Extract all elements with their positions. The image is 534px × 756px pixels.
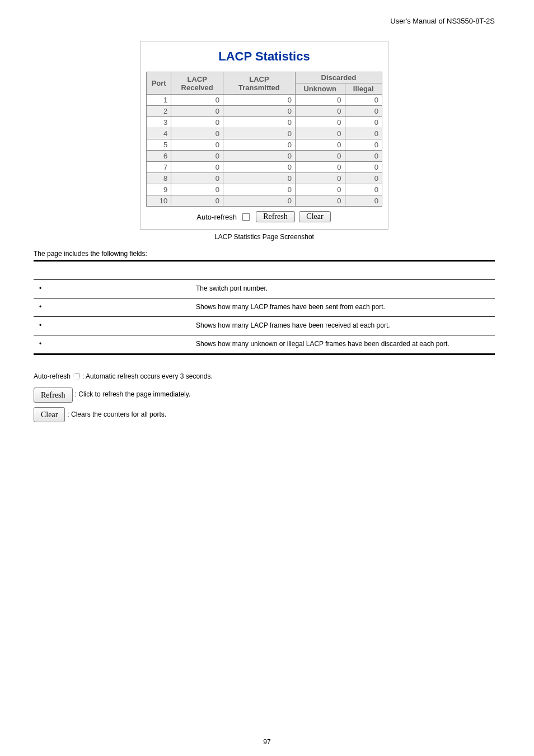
table-row: 90000 <box>147 184 382 195</box>
table-cell-port: 1 <box>147 95 171 106</box>
table-cell-illegal: 0 <box>345 162 382 173</box>
clear-button-icon: Clear <box>34 407 65 422</box>
table-cell-unknown: 0 <box>295 162 345 173</box>
table-cell-unknown: 0 <box>295 117 345 128</box>
table-row: 50000 <box>147 139 382 151</box>
lacp-stats-table: Port LACPReceived LACPTransmitted Discar… <box>146 72 382 207</box>
table-cell-port: 10 <box>147 195 171 207</box>
table-row: 60000 <box>147 151 382 162</box>
table-cell-port: 4 <box>147 128 171 139</box>
table-row: 80000 <box>147 173 382 184</box>
table-cell-unknown: 0 <box>295 95 345 106</box>
auto-refresh-note-text: : Automatic refresh occurs every 3 secon… <box>82 371 213 383</box>
table-cell-illegal: 0 <box>345 106 382 117</box>
table-cell-illegal: 0 <box>345 151 382 162</box>
table-cell-illegal: 0 <box>345 195 382 207</box>
table-cell-received: 0 <box>171 139 223 151</box>
auto-refresh-checkbox-icon <box>73 373 80 380</box>
screenshot-title: LACP Statistics <box>146 49 382 64</box>
auto-refresh-label: Auto-refresh <box>196 213 237 221</box>
table-cell-port: 9 <box>147 184 171 195</box>
col-header-transmitted: LACPTransmitted <box>223 72 295 95</box>
table-cell-illegal: 0 <box>345 117 382 128</box>
col-header-discarded: Discarded <box>295 72 382 83</box>
fields-header-left <box>34 261 190 280</box>
field-desc-1: Shows how many LACP frames have been sen… <box>190 298 495 317</box>
field-bullet-0: • <box>34 280 190 298</box>
table-cell-received: 0 <box>171 151 223 162</box>
table-cell-unknown: 0 <box>295 139 345 151</box>
table-cell-illegal: 0 <box>345 139 382 151</box>
refresh-button[interactable]: Refresh <box>256 211 295 222</box>
clear-button[interactable]: Clear <box>299 211 330 222</box>
table-cell-port: 6 <box>147 151 171 162</box>
table-cell-port: 2 <box>147 106 171 117</box>
table-cell-port: 3 <box>147 117 171 128</box>
table-cell-received: 0 <box>171 95 223 106</box>
table-cell-transmitted: 0 <box>223 151 295 162</box>
refresh-note-text: : Click to refresh the page immediately. <box>75 389 191 401</box>
auto-refresh-note-prefix: Auto-refresh <box>34 371 71 383</box>
table-row: 70000 <box>147 162 382 173</box>
table-cell-transmitted: 0 <box>223 95 295 106</box>
table-cell-illegal: 0 <box>345 184 382 195</box>
auto-refresh-checkbox[interactable] <box>242 213 250 221</box>
fields-table: • The switch port number. • Shows how ma… <box>34 260 495 355</box>
table-cell-received: 0 <box>171 173 223 184</box>
table-cell-unknown: 0 <box>295 173 345 184</box>
clear-note-text: : Clears the counters for all ports. <box>67 409 166 421</box>
table-cell-transmitted: 0 <box>223 106 295 117</box>
page-header-right: User's Manual of NS3550-8T-2S <box>34 17 495 25</box>
table-cell-unknown: 0 <box>295 128 345 139</box>
field-desc-3: Shows how many unknown or illegal LACP f… <box>190 335 495 354</box>
screenshot-controls: Auto-refresh Refresh Clear <box>146 211 382 222</box>
table-cell-port: 8 <box>147 173 171 184</box>
table-cell-transmitted: 0 <box>223 139 295 151</box>
col-header-unknown: Unknown <box>295 83 345 95</box>
table-row: 40000 <box>147 128 382 139</box>
table-cell-illegal: 0 <box>345 95 382 106</box>
table-cell-received: 0 <box>171 106 223 117</box>
table-cell-transmitted: 0 <box>223 184 295 195</box>
table-cell-received: 0 <box>171 195 223 207</box>
table-row: 10000 <box>147 95 382 106</box>
col-header-illegal: Illegal <box>345 83 382 95</box>
fields-header-right <box>190 261 495 280</box>
col-header-received: LACPReceived <box>171 72 223 95</box>
table-cell-received: 0 <box>171 117 223 128</box>
table-row: 30000 <box>147 117 382 128</box>
table-cell-transmitted: 0 <box>223 173 295 184</box>
page-number: 97 <box>0 738 534 746</box>
table-cell-transmitted: 0 <box>223 162 295 173</box>
lacp-screenshot-panel: LACP Statistics Port LACPReceived LACPTr… <box>140 41 388 230</box>
table-cell-unknown: 0 <box>295 195 345 207</box>
refresh-button-icon: Refresh <box>34 388 73 403</box>
field-bullet-3: • <box>34 335 190 354</box>
table-cell-illegal: 0 <box>345 128 382 139</box>
fields-intro: The page includes the following fields: <box>34 250 495 258</box>
table-cell-transmitted: 0 <box>223 195 295 207</box>
table-cell-port: 5 <box>147 139 171 151</box>
table-cell-received: 0 <box>171 128 223 139</box>
notes-section: Auto-refresh : Automatic refresh occurs … <box>34 371 495 422</box>
table-cell-received: 0 <box>171 184 223 195</box>
screenshot-caption: LACP Statistics Page Screenshot <box>34 233 495 241</box>
field-desc-0: The switch port number. <box>190 280 495 298</box>
table-cell-illegal: 0 <box>345 173 382 184</box>
table-cell-transmitted: 0 <box>223 117 295 128</box>
field-bullet-2: • <box>34 317 190 335</box>
field-bullet-1: • <box>34 298 190 317</box>
table-row: 20000 <box>147 106 382 117</box>
table-cell-unknown: 0 <box>295 151 345 162</box>
table-cell-port: 7 <box>147 162 171 173</box>
table-cell-unknown: 0 <box>295 106 345 117</box>
field-desc-2: Shows how many LACP frames have been rec… <box>190 317 495 335</box>
table-cell-unknown: 0 <box>295 184 345 195</box>
table-cell-received: 0 <box>171 162 223 173</box>
table-cell-transmitted: 0 <box>223 128 295 139</box>
table-row: 100000 <box>147 195 382 207</box>
col-header-port: Port <box>147 72 171 95</box>
